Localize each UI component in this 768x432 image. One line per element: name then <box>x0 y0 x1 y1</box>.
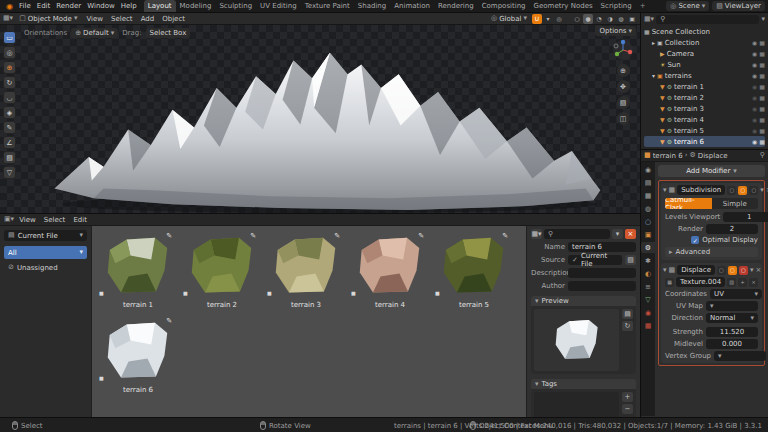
disable-render-icon[interactable]: ▦ <box>759 61 765 68</box>
tab-texture-paint[interactable]: Texture Paint <box>301 0 354 12</box>
disable-render-icon[interactable]: ▦ <box>759 127 765 134</box>
preview-panel-header[interactable]: ▾Preview <box>531 296 636 306</box>
filter-button[interactable]: ▾ <box>612 229 623 239</box>
tab-particles-props[interactable]: ✱ <box>642 255 654 266</box>
tab-uv-editing[interactable]: UV Editing <box>256 0 301 12</box>
remove-tag-button[interactable]: − <box>622 404 633 414</box>
asset-terrain-1[interactable]: ✎ ■ terrain 1 <box>102 234 174 309</box>
modifier-menu-icon[interactable]: ▾ <box>750 267 754 274</box>
add-tag-button[interactable]: + <box>622 392 633 402</box>
tab-physics-props[interactable]: ◐ <box>642 268 654 279</box>
transform-tool-icon[interactable]: ◈ <box>3 106 16 119</box>
levels-viewport-field[interactable]: 1 <box>723 212 768 222</box>
tab-modifier-props[interactable]: ⚙ <box>641 242 655 253</box>
disable-render-icon[interactable]: ▦ <box>759 116 765 123</box>
shading-material-icon[interactable]: ◔ <box>594 14 604 24</box>
duplicate-texture-icon[interactable]: ▧ <box>727 278 736 287</box>
asset-terrain-5[interactable]: ✎ ■ terrain 5 <box>438 234 510 309</box>
overlays-icon[interactable]: ◍ <box>616 14 626 24</box>
drag-tool-dropdown[interactable]: Select Box <box>146 28 191 38</box>
asset-terrain-2[interactable]: ✎ ■ terrain 2 <box>186 234 258 309</box>
outliner-row-terrains[interactable]: ▾▣ terrains ◉▦ <box>644 70 765 81</box>
cursor-tool-icon[interactable]: ◎ <box>3 46 16 59</box>
add-cube-tool-icon[interactable]: ▧ <box>3 151 16 164</box>
tab-layout[interactable]: Layout <box>144 0 176 12</box>
viewport-menu-object[interactable]: Object <box>159 15 188 23</box>
edit-mode-toggle-icon[interactable]: ▢ <box>727 186 736 195</box>
tab-material-props[interactable]: ◉ <box>642 307 654 318</box>
menu-file[interactable]: File <box>16 2 34 10</box>
modifier-menu-icon[interactable]: ▾ <box>760 187 764 194</box>
asset-author-field[interactable] <box>568 281 636 291</box>
asset-menu-view[interactable]: View <box>16 216 39 224</box>
asset-source-dropdown[interactable]: ▤ Current File ▾ <box>4 230 87 241</box>
annotate-tool-icon[interactable]: ✎ <box>3 121 16 134</box>
blender-logo-icon[interactable]: ◉ <box>6 2 13 11</box>
uv-map-dropdown[interactable]: ▾ <box>706 301 758 311</box>
unlink-texture-icon[interactable]: × <box>749 278 758 287</box>
asset-source-field[interactable]: ✓ Current File <box>568 255 622 265</box>
tab-scripting[interactable]: Scripting <box>597 0 636 12</box>
scale-tool-icon[interactable]: ◡ <box>3 91 16 104</box>
tab-output-props[interactable]: ▤ <box>642 177 654 188</box>
outliner-row-terrain-5[interactable]: ▼ ⚙ terrain 5 ◉▦ <box>644 125 765 136</box>
outliner-filter-icon[interactable]: ▦▾ <box>644 16 654 23</box>
view-layer-selector[interactable]: ▧ ViewLayer <box>712 1 765 11</box>
outliner-row-scene-collection[interactable]: ▦Scene Collection <box>644 26 765 37</box>
catmull-clark-button[interactable]: Catmull-Clark <box>665 198 712 209</box>
direction-dropdown[interactable]: Normal▾ <box>706 313 758 323</box>
outliner-row-collection[interactable]: ▸▣ Collection ◉▦ <box>644 37 765 48</box>
strength-field[interactable]: 11.520 <box>706 327 758 337</box>
hide-eye-icon[interactable]: ◉ <box>752 61 757 68</box>
optimal-display-checkbox[interactable]: ✓ <box>691 236 699 244</box>
add-modifier-button[interactable]: Add Modifier▾ <box>658 165 765 177</box>
close-sidebar-button[interactable]: × <box>625 229 636 239</box>
expand-icon[interactable]: ▾ <box>663 267 667 274</box>
hide-eye-icon[interactable]: ◉ <box>752 116 757 123</box>
tab-animation[interactable]: Animation <box>390 0 434 12</box>
viewport-menu-view[interactable]: View <box>83 15 106 23</box>
select-box-tool-icon[interactable]: ▭ <box>3 31 16 44</box>
hide-eye-icon[interactable]: ◉ <box>752 72 757 79</box>
zoom-icon[interactable]: ⊕ <box>617 64 630 77</box>
perspective-toggle-icon[interactable]: ◫ <box>617 112 630 125</box>
disable-render-icon[interactable]: ▦ <box>759 94 765 101</box>
add-workspace-button[interactable]: + <box>636 0 650 12</box>
edit-mode-toggle-icon[interactable]: ▢ <box>717 266 726 275</box>
realtime-toggle-icon[interactable]: ▢ <box>738 186 747 195</box>
asset-terrain-4[interactable]: ✎ ■ terrain 4 <box>354 234 426 309</box>
outliner-search-input[interactable]: ⚲ <box>656 15 759 24</box>
vertex-group-field[interactable]: ▾ <box>714 351 766 361</box>
transform-orientation-selector[interactable]: ◎ Global▾ <box>487 14 531 24</box>
tab-world-props[interactable]: ○ <box>642 216 654 227</box>
menu-edit[interactable]: Edit <box>34 2 54 10</box>
asset-terrain-3[interactable]: ✎ ■ terrain 3 <box>270 234 342 309</box>
expand-icon[interactable]: ▾ <box>663 187 667 194</box>
simple-button[interactable]: Simple <box>712 198 759 209</box>
scene-selector[interactable]: ◎ Scene▾ <box>666 1 709 11</box>
menu-help[interactable]: Help <box>118 2 140 10</box>
measure-tool-icon[interactable]: ∠ <box>3 136 16 149</box>
tab-sculpting[interactable]: Sculpting <box>215 0 256 12</box>
outliner-row-terrain-3[interactable]: ▼ ⚙ terrain 3 ◉▦ <box>644 103 765 114</box>
move-tool-icon[interactable]: ⊕ <box>3 61 16 74</box>
tab-compositing[interactable]: Compositing <box>478 0 530 12</box>
proportional-edit-icon[interactable]: ◎ <box>554 14 564 24</box>
viewport-menu-select[interactable]: Select <box>108 15 136 23</box>
hide-eye-icon[interactable]: ◉ <box>752 127 757 134</box>
tab-constraints-props[interactable]: ≡ <box>642 281 654 292</box>
tab-texture-props[interactable]: ▦ <box>642 320 654 331</box>
outliner-row-terrain-2[interactable]: ▼ ⚙ terrain 2 ◉▦ <box>644 92 765 103</box>
modifier-name-field[interactable]: Subdivision <box>677 185 725 195</box>
hide-eye-icon[interactable]: ◉ <box>752 83 757 90</box>
tab-view-layer-props[interactable]: ▦ <box>642 190 654 201</box>
tab-render-props[interactable]: ◉ <box>642 164 654 175</box>
tags-panel-header[interactable]: ▾Tags <box>531 379 636 389</box>
menu-render[interactable]: Render <box>53 2 84 10</box>
viewport-3d[interactable]: Orientations ⊕ Default▾ Drag: Select Box… <box>0 25 640 213</box>
shading-rendered-icon[interactable]: ◑ <box>605 14 615 24</box>
realtime-toggle-icon[interactable]: ▢ <box>728 266 737 275</box>
outliner-row-camera[interactable]: ▶ Camera ◉▦ <box>644 48 765 59</box>
extra-tool-icon[interactable]: ▽ <box>3 166 16 179</box>
asset-menu-select[interactable]: Select <box>41 216 69 224</box>
